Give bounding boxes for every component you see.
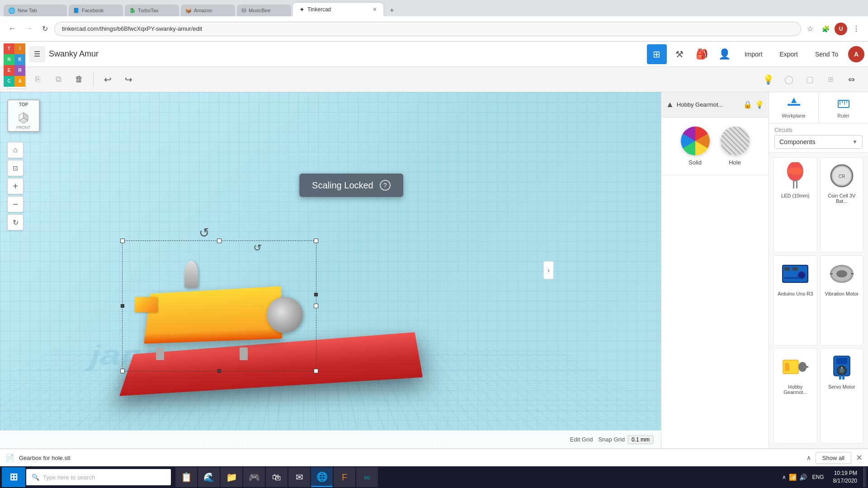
prop-visible-btn[interactable]: 💡 (755, 100, 764, 109)
solid-option[interactable]: Solid (681, 127, 710, 166)
light-btn[interactable]: 💡 (759, 70, 778, 89)
tab-inactive-1[interactable]: 🌐New Tab (4, 5, 67, 16)
add-user-btn[interactable]: 👤 (715, 44, 735, 64)
status-collapse-btn[interactable]: ∧ (807, 454, 811, 461)
delete-btn[interactable]: 🗑 (70, 70, 89, 89)
undo-btn[interactable]: ↩ (98, 70, 117, 89)
tab-active-tinkercad[interactable]: ✦ Tinkercad ✕ (293, 3, 383, 16)
shape1-btn[interactable]: ◯ (779, 70, 798, 89)
logo-i: I (14, 43, 25, 54)
component-coin-cell[interactable]: CR Coin Cell 3V Bat... (820, 157, 864, 253)
avatar[interactable]: A (848, 46, 864, 62)
edit-grid-btn[interactable]: Edit Grid (570, 436, 593, 443)
taskbar-app-edge[interactable]: 🌊 (198, 467, 220, 487)
start-btn[interactable]: ⊞ (2, 467, 25, 487)
taskbar-app-mail[interactable]: ✉ (288, 467, 310, 487)
component-servo-motor[interactable]: Servo Motor (820, 348, 864, 444)
extensions-btn[interactable]: 🧩 (819, 23, 832, 35)
edit-toolbar: □ ⎘ ⧉ 🗑 ↩ ↪ 💡 ◯ ▢ ⊞ ⇔ (0, 67, 868, 92)
logo-n: N (4, 54, 14, 65)
duplicate-btn[interactable]: ⧉ (49, 70, 68, 89)
main-content: jane TOP FRONT ⌂ (0, 92, 868, 448)
taskbar-app-chrome[interactable]: 🌐 (311, 467, 333, 487)
snap-grid-value-btn[interactable]: 0.1 mm (627, 435, 654, 444)
tab-inactive-5[interactable]: ⓂMusicBee (237, 5, 291, 16)
scaling-help-icon[interactable]: ? (380, 180, 391, 191)
copy-btn[interactable]: ⎘ (28, 70, 47, 89)
send-to-btn[interactable]: Send To (808, 47, 845, 61)
import-btn[interactable]: Import (737, 47, 770, 61)
tinkercad-logo[interactable]: T I N K E R C A (4, 43, 25, 65)
align-btn[interactable]: ⊞ (821, 70, 840, 89)
zoom-out-btn[interactable]: − (7, 196, 24, 212)
ruler-btn[interactable]: Ruler (819, 92, 868, 123)
motor-box-yellow (144, 286, 282, 343)
scaling-locked-notification[interactable]: Scaling Locked ? (299, 174, 403, 197)
viewport[interactable]: jane TOP FRONT ⌂ (0, 92, 661, 448)
view-cube[interactable]: TOP FRONT (7, 99, 43, 136)
taskbar-apps: 📋 🌊 📁 🎮 🛍 ✉ 🌐 F ∞ (172, 467, 382, 487)
show-desktop-btn[interactable] (863, 467, 866, 487)
workplane-btn[interactable]: Workplane (769, 92, 819, 123)
tab-inactive-4[interactable]: 📦Amazon (181, 5, 235, 16)
shape2-btn[interactable]: ▢ (800, 70, 819, 89)
coin-cell-image: CR (827, 161, 856, 190)
component-led[interactable]: LED (10mm) (774, 157, 817, 253)
orient-btn[interactable]: ↻ (7, 214, 24, 230)
svg-rect-20 (793, 267, 798, 271)
logo-a: A (14, 76, 25, 87)
redo-btn[interactable]: ↪ (119, 70, 138, 89)
menu-btn[interactable]: ⋮ (850, 23, 863, 35)
tab-inactive-3[interactable]: 🐉TurboTax (125, 5, 179, 16)
logo-c: C (4, 76, 14, 87)
forward-btn[interactable]: → (22, 22, 35, 36)
tools-btn[interactable]: ⚒ (670, 44, 689, 64)
solid-label: Solid (689, 159, 702, 166)
hole-circle (721, 127, 750, 155)
hamburger-btn[interactable]: ☰ (29, 46, 45, 62)
hole-option[interactable]: Hole (721, 127, 750, 166)
status-file-icon: 📄 (5, 454, 14, 462)
taskbar-app-f360[interactable]: F (334, 467, 355, 487)
bag-btn[interactable]: 🎒 (692, 44, 712, 64)
search-bar[interactable]: 🔍 Type here to search (26, 469, 171, 485)
back-btn[interactable]: ← (5, 22, 19, 36)
profile-btn[interactable]: U (835, 23, 847, 35)
tray-language[interactable]: ENG (810, 474, 827, 480)
tray-chevron[interactable]: ∧ (782, 474, 786, 480)
taskbar-app-task-manager[interactable]: 📋 (175, 467, 197, 487)
prop-expand-btn[interactable]: ▲ (666, 100, 674, 109)
bookmark-btn[interactable]: ☆ (804, 23, 816, 35)
tab-close-icon[interactable]: ✕ (373, 6, 377, 13)
svg-point-25 (836, 270, 847, 277)
zoom-in-btn[interactable]: + (7, 178, 24, 194)
show-all-btn[interactable]: Show all (816, 452, 851, 464)
taskbar-app-steam[interactable]: 🎮 (243, 467, 265, 487)
home-view-btn[interactable]: ⌂ (7, 142, 24, 158)
tray-clock[interactable]: 10:19 PM 8/17/2020 (830, 469, 861, 485)
component-arduino[interactable]: Arduino Uno R3 (774, 255, 817, 345)
fit-view-btn[interactable]: ⊡ (7, 160, 24, 176)
tray-volume[interactable]: 🔊 (799, 474, 807, 481)
shape-options: Solid Hole (661, 117, 769, 175)
section-dropdown[interactable]: Components ▼ (774, 135, 863, 149)
prop-lock-btn[interactable]: 🔒 (743, 100, 752, 109)
grid-view-btn[interactable]: ⊞ (647, 44, 667, 64)
right-sidebar: Workplane Ruler Circuits Co (769, 92, 868, 448)
collapse-properties-btn[interactable]: › (543, 261, 553, 279)
tab-inactive-2[interactable]: 📘Facebook (69, 5, 123, 16)
taskbar-app-store[interactable]: 🛍 (266, 467, 288, 487)
mirror-btn[interactable]: ⇔ (842, 70, 861, 89)
new-tab-btn[interactable]: + (385, 5, 399, 16)
tray-network[interactable]: 📶 (789, 474, 797, 481)
svg-rect-22 (784, 277, 801, 279)
cube-display[interactable]: TOP FRONT (7, 99, 40, 132)
component-hobby-gearmotor[interactable]: Hobby Gearmot... (774, 348, 817, 444)
reload-btn[interactable]: ↻ (38, 22, 52, 36)
component-vibration-motor[interactable]: Vibration Motor (820, 255, 864, 345)
status-close-btn[interactable]: ✕ (856, 454, 863, 462)
export-btn[interactable]: Export (772, 47, 805, 61)
taskbar-app-arduino[interactable]: ∞ (356, 467, 378, 487)
url-bar[interactable] (54, 22, 801, 36)
taskbar-app-explorer[interactable]: 📁 (221, 467, 242, 487)
